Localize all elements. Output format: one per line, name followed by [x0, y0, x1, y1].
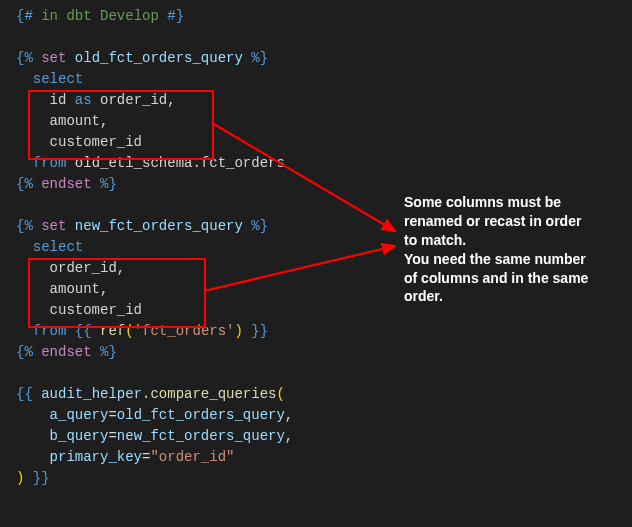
code-line: from {{ ref('fct_orders') }}	[16, 321, 632, 342]
code-line: {% endset %}	[16, 342, 632, 363]
endset-keyword: endset	[41, 344, 91, 360]
code-line: amount,	[16, 111, 632, 132]
col-id: id	[50, 92, 67, 108]
param-b-query: b_query	[50, 428, 109, 444]
comma: ,	[100, 281, 108, 297]
jinja-expr-open: {{	[16, 386, 33, 402]
comma: ,	[117, 260, 125, 276]
jinja-expr-close: }}	[251, 323, 268, 339]
audit-helper: audit_helper	[41, 386, 142, 402]
jinja-stmt-close: %}	[251, 50, 268, 66]
from-keyword: from	[33, 155, 67, 171]
var-old: old_fct_orders_query	[75, 50, 243, 66]
code-line: primary_key="order_id"	[16, 447, 632, 468]
jinja-stmt-open: {%	[16, 50, 33, 66]
annotation-line: renamed or recast in order	[404, 212, 614, 231]
code-line: select	[16, 69, 632, 90]
jinja-stmt-open: {%	[16, 176, 33, 192]
annotation-text: Some columns must be renamed or recast i…	[404, 193, 614, 306]
select-keyword: select	[33, 239, 83, 255]
endset-keyword: endset	[41, 176, 91, 192]
rparen: )	[16, 470, 24, 486]
set-keyword: set	[41, 50, 66, 66]
code-line: ) }}	[16, 468, 632, 489]
jinja-stmt-close: %}	[100, 176, 117, 192]
code-line: b_query=new_fct_orders_query,	[16, 426, 632, 447]
jinja-expr-close: }}	[33, 470, 50, 486]
comma: ,	[167, 92, 175, 108]
col-customer-id: customer_id	[50, 134, 142, 150]
code-line: id as order_id,	[16, 90, 632, 111]
code-line: {{ audit_helper.compare_queries(	[16, 384, 632, 405]
compare-queries: compare_queries	[150, 386, 276, 402]
param-a-query: a_query	[50, 407, 109, 423]
code-line: {# in dbt Develop #}	[16, 6, 632, 27]
col-customer-id: customer_id	[50, 302, 142, 318]
col-order-id: order_id	[100, 92, 167, 108]
old-table: old_etl_schema.fct_orders	[75, 155, 285, 171]
col-amount: amount	[50, 113, 100, 129]
annotation-line: to match.	[404, 231, 614, 250]
code-line: {% endset %}	[16, 174, 632, 195]
code-line: from old_etl_schema.fct_orders	[16, 153, 632, 174]
code-line: a_query=old_fct_orders_query,	[16, 405, 632, 426]
select-keyword: select	[33, 71, 83, 87]
jinja-comment-open: {#	[16, 8, 33, 24]
annotation-line: order.	[404, 287, 614, 306]
jinja-stmt-open: {%	[16, 344, 33, 360]
param-primary-key: primary_key	[50, 449, 142, 465]
code-line: customer_id	[16, 132, 632, 153]
lparen: (	[125, 323, 133, 339]
as-keyword: as	[75, 92, 92, 108]
jinja-stmt-close: %}	[251, 218, 268, 234]
comma: ,	[285, 428, 293, 444]
code-line: {% set old_fct_orders_query %}	[16, 48, 632, 69]
set-keyword: set	[41, 218, 66, 234]
comma: ,	[285, 407, 293, 423]
eq: =	[108, 407, 116, 423]
jinja-stmt-close: %}	[100, 344, 117, 360]
annotation-line: Some columns must be	[404, 193, 614, 212]
code-line-blank	[16, 27, 632, 48]
val-old: old_fct_orders_query	[117, 407, 285, 423]
jinja-comment-close: #}	[167, 8, 184, 24]
col-order-id: order_id	[50, 260, 117, 276]
eq: =	[108, 428, 116, 444]
rparen: )	[235, 323, 243, 339]
annotation-line: You need the same number	[404, 250, 614, 269]
pk-value: "order_id"	[150, 449, 234, 465]
lparen: (	[276, 386, 284, 402]
ref-arg: 'fct_orders'	[134, 323, 235, 339]
jinja-stmt-open: {%	[16, 218, 33, 234]
annotation-line: of columns and in the same	[404, 269, 614, 288]
code-line-blank	[16, 363, 632, 384]
col-amount: amount	[50, 281, 100, 297]
from-keyword: from	[33, 323, 67, 339]
ref-func: ref	[100, 323, 125, 339]
jinja-expr-open: {{	[75, 323, 92, 339]
comma: ,	[100, 113, 108, 129]
var-new: new_fct_orders_query	[75, 218, 243, 234]
val-new: new_fct_orders_query	[117, 428, 285, 444]
comment-text: in dbt Develop	[33, 8, 167, 24]
